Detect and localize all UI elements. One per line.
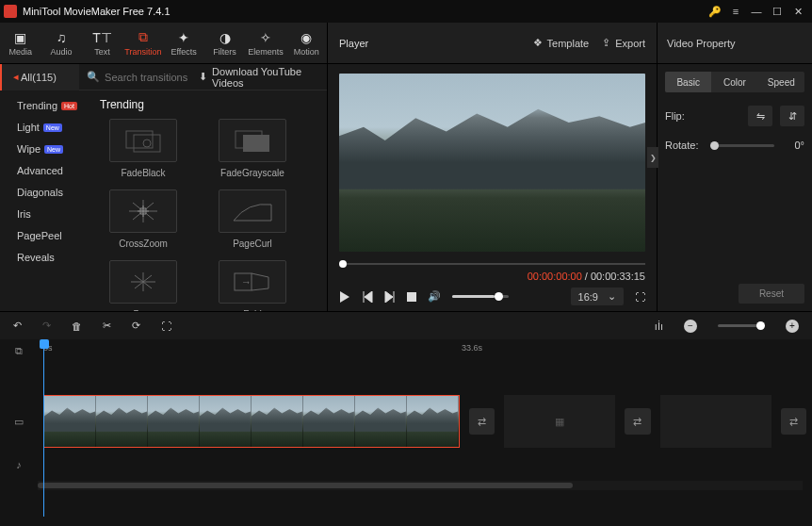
layers-icon[interactable]: ⧉ [0,339,38,362]
maximize-button[interactable]: ☐ [767,6,788,18]
collapse-props-button[interactable]: ❯ [647,147,658,168]
tool-text[interactable]: T⊤Text [82,23,122,63]
thumb-crosszoom[interactable]: CrossZoom [100,189,187,249]
cat-trending[interactable]: TrendingHot [17,100,94,111]
volume-slider[interactable] [452,295,509,298]
delete-button[interactable]: 🗑 [72,321,82,332]
rotate-label: Rotate: [665,140,703,151]
export-button[interactable]: ⇪Export [602,37,645,49]
chevron-down-icon: ⌄ [608,290,616,303]
stop-button[interactable] [407,292,416,302]
thumb-burn[interactable]: Burn [100,260,187,311]
time-total: 00:00:33:15 [591,271,645,282]
video-track-icon[interactable]: ▭ [0,416,38,428]
svg-line-17 [135,275,143,282]
export-icon: ⇪ [602,37,610,49]
flip-vertical-button[interactable]: ⇵ [780,106,804,126]
grid-title: Trending [100,98,319,111]
svg-text:→: → [241,276,252,288]
tool-audio[interactable]: ♫Audio [41,23,81,63]
tool-transition[interactable]: ⧉Transition [122,23,163,63]
transition-slot-3[interactable]: ⇄ [781,408,807,435]
svg-line-9 [133,203,143,211]
cat-iris[interactable]: Iris [17,208,94,220]
flip-horizontal-button[interactable]: ⇋ [748,106,772,126]
tool-effects[interactable]: ✦Effects [164,23,204,63]
svg-rect-1 [134,135,160,152]
crop-button[interactable]: ⛶ [161,321,171,332]
fullscreen-button[interactable]: ⛶ [635,291,645,303]
download-icon: ⬇ [199,71,207,83]
app-logo [4,5,17,18]
cat-diagonals[interactable]: Diagonals [17,187,94,198]
app-title: MiniTool MovieMaker Free 7.4.1 [23,6,705,17]
tab-speed[interactable]: Speed [758,72,804,92]
close-button[interactable]: ✕ [788,6,808,18]
aspect-ratio-select[interactable]: 16:9⌄ [571,288,624,305]
cat-reveals[interactable]: Reveals [17,252,94,263]
thumb-fold[interactable]: →Fold [209,260,296,311]
transition-slot-2[interactable]: ⇄ [625,408,651,435]
template-button[interactable]: ❖Template [533,37,590,49]
volume-icon[interactable]: 🔊 [428,290,441,303]
top-row: ▣Media ♫Audio T⊤Text ⧉Transition ✦Effect… [0,23,812,64]
player-controls: 🔊 16:9⌄ ⛶ [339,288,645,305]
search-icon: 🔍 [87,71,100,83]
rotate-value: 0° [782,140,804,151]
empty-clip-slot-1[interactable]: ▦ [504,395,615,448]
time-row: 00:00:00:00 / 00:00:33:15 [339,271,645,282]
tool-media[interactable]: ▣Media [0,23,41,63]
audio-track-icon[interactable]: ♪ [0,459,38,470]
tab-color[interactable]: Color [711,72,757,92]
undo-button[interactable]: ↶ [13,320,22,332]
download-youtube-link[interactable]: ⬇Download YouTube Videos [199,66,327,89]
tab-basic[interactable]: Basic [665,72,711,92]
search-input[interactable] [105,72,199,83]
redo-button[interactable]: ↷ [42,320,51,332]
timeline-ruler[interactable]: 0s 33.6s [38,339,812,362]
cat-advanced[interactable]: Advanced [17,165,94,176]
transition-slot-1[interactable]: ⇄ [469,408,495,435]
prev-frame-button[interactable] [362,291,373,303]
playhead[interactable] [43,339,44,517]
video-clip[interactable] [43,395,460,448]
tab-all[interactable]: ◂All(115) [0,64,79,90]
timeline-scrollbar[interactable] [0,481,812,490]
property-panel: Basic Color Speed Flip: ⇋ ⇵ Rotate: 0° R… [657,64,812,311]
tool-motion[interactable]: ◉Motion [286,23,327,63]
speed-button[interactable]: ⟳ [132,320,140,332]
time-current: 00:00:00:00 [528,271,582,282]
progress-bar[interactable] [339,261,645,267]
tool-filters[interactable]: ◑Filters [204,23,245,63]
rotate-slider[interactable] [710,144,774,147]
tool-elements[interactable]: ✧Elements [245,23,285,63]
snap-button[interactable]: ıİı [655,321,663,332]
play-button[interactable] [339,291,350,303]
video-preview[interactable] [339,74,645,252]
svg-point-2 [143,140,151,147]
key-icon[interactable]: 🔑 [705,6,725,18]
zoom-in-button[interactable]: + [786,320,799,333]
thumb-fadeblack[interactable]: FadeBlack [100,119,187,178]
main-toolbar: ▣Media ♫Audio T⊤Text ⧉Transition ✦Effect… [0,23,327,63]
category-list: TrendingHot LightNew WipeNew Advanced Di… [0,90,94,311]
reset-button[interactable]: Reset [739,284,804,304]
thumb-grid-wrap: Trending FadeBlack FadeGrayscale CrossZo… [94,90,327,311]
thumb-fadegrayscale[interactable]: FadeGrayscale [209,119,296,178]
cat-light[interactable]: LightNew [17,122,94,133]
svg-line-19 [135,282,143,288]
menu-icon[interactable]: ≡ [725,6,746,17]
thumb-pagecurl[interactable]: PageCurl [209,189,296,249]
svg-rect-23 [407,292,416,302]
cat-pagepeel[interactable]: PagePeel [17,230,94,241]
cat-wipe[interactable]: WipeNew [17,143,94,155]
minimize-button[interactable]: — [746,6,767,17]
zoom-slider[interactable] [718,324,765,327]
timeline: ⧉ 0s 33.6s ▭ ⇄ ▦ ⇄ ⇄ ♪ [0,339,812,526]
split-button[interactable]: ✂ [103,320,111,332]
next-frame-button[interactable] [384,291,396,303]
prop-tabs: Basic Color Speed [665,72,804,92]
zoom-out-button[interactable]: − [684,320,697,333]
player-panel: ❯ 00:00:00:00 / 00:00:33:15 🔊 16:9⌄ ⛶ [327,64,657,311]
empty-clip-slot-2[interactable] [660,395,771,448]
